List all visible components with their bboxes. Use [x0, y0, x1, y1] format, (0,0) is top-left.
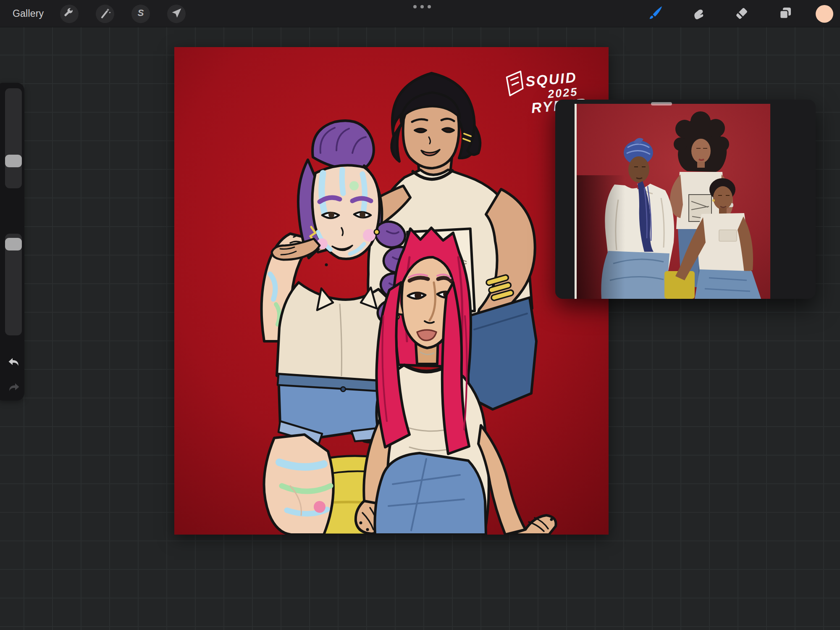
artwork-canvas[interactable]: SQUID 2025 RYDER [174, 47, 609, 535]
ellipsis-icon [413, 5, 417, 8]
smudge-tool-button[interactable] [690, 6, 707, 23]
layers-button[interactable] [777, 6, 794, 23]
paint-brush-icon [647, 5, 663, 23]
ellipsis-icon [428, 5, 431, 8]
opacity-slider-thumb[interactable] [5, 238, 22, 250]
brush-tool-button[interactable] [647, 6, 664, 23]
photo-left-shadow [575, 175, 625, 299]
reference-photo [575, 104, 770, 299]
reference-drag-handle[interactable] [651, 102, 672, 105]
brush-size-slider-track[interactable] [5, 88, 22, 188]
procreate-workspace: Gallery S [0, 0, 840, 630]
undo-button[interactable] [6, 356, 22, 372]
brush-size-slider-thumb[interactable] [5, 155, 22, 167]
eraser-tool-button[interactable] [733, 6, 750, 23]
top-toolbar: Gallery S [0, 0, 840, 27]
color-swatch-button[interactable] [816, 5, 833, 23]
reference-companion-window[interactable] [555, 100, 816, 299]
svg-text:S: S [138, 8, 144, 18]
reference-photo-illustration [575, 104, 770, 299]
photo-white-edge [575, 104, 577, 299]
transform-button[interactable] [167, 5, 186, 23]
more-options-button[interactable] [410, 2, 435, 12]
redo-button[interactable] [6, 381, 22, 397]
undo-arrow-icon [6, 356, 21, 372]
artwork-illustration: SQUID 2025 RYDER [174, 47, 609, 535]
redo-arrow-icon [6, 381, 21, 398]
adjustments-magic-wand-icon [99, 7, 111, 21]
actions-button[interactable] [60, 5, 79, 23]
adjustments-button[interactable] [96, 5, 114, 23]
smudge-finger-icon [691, 6, 706, 23]
selection-button[interactable]: S [131, 5, 150, 23]
selection-s-icon: S [135, 7, 147, 21]
layers-icon [778, 6, 793, 23]
transform-arrow-icon [171, 7, 182, 21]
actions-wrench-icon [63, 7, 75, 21]
gallery-button[interactable]: Gallery [13, 0, 44, 27]
eraser-icon [734, 6, 749, 23]
left-sidebar [0, 83, 24, 401]
ellipsis-icon [420, 5, 424, 8]
